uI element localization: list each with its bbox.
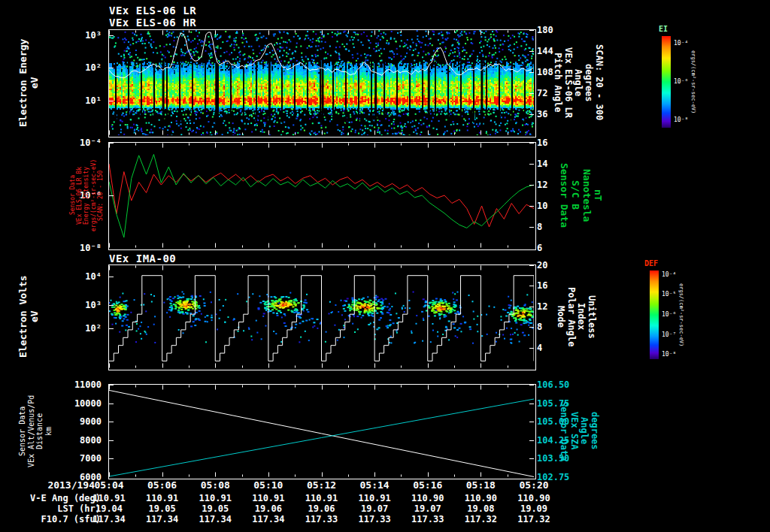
colorbar-tick: 10⁻⁸ <box>662 351 676 358</box>
bottom-row-value: 110.90 <box>405 494 450 503</box>
panel1-left-axis-label: Electron EnergyeV <box>18 30 41 135</box>
colorbar-tick: 10⁻⁸ <box>674 116 688 124</box>
time-tick-label: 05:12 <box>299 480 344 490</box>
bottom-row-value: 110.91 <box>299 494 344 503</box>
panel1-left-tick: 10³ <box>0 31 105 40</box>
panel-els-spectrogram <box>108 29 536 138</box>
panel3-right-axis-label-line: Polar Angle <box>565 265 576 368</box>
time-tick-label: 05:20 <box>511 480 556 490</box>
els-spectrogram-canvas <box>109 30 534 135</box>
vex-quicklook-plot: VEx ELS-06 LR VEx ELS-06 HR VEx IMA-00 1… <box>0 0 770 532</box>
colorbar-caption-text: ergs/(cm²-sr-sec-eV) <box>690 36 696 128</box>
panel2-left-axis-label-line: ergs/(cm²-sr-sec-eV) <box>90 143 97 248</box>
bottom-row-value: 110.91 <box>192 494 238 503</box>
panel3-right-axis-label: ModePolar AngleIndexUnitless <box>555 265 596 368</box>
bottom-row-value: 110.90 <box>458 494 503 503</box>
panel2-right-tick: 10 <box>537 201 547 210</box>
bottom-row-value: 117.32 <box>458 515 503 524</box>
colorbar-caption: ergs/(cm²-sr-sec-eV) <box>690 36 696 128</box>
panel2-right-tick: 14 <box>537 159 547 168</box>
panel3-left-tick: 10⁴ <box>0 272 105 281</box>
bottom-row-value: 110.91 <box>86 494 132 503</box>
panel1-left-axis-label-line: Electron Energy <box>18 30 29 135</box>
panel2-left-axis-label-line: Energy Intensity <box>83 143 89 248</box>
colorbar-tick: 10⁻⁵ <box>662 291 676 298</box>
bottom-row-value: 110.90 <box>511 494 556 503</box>
panel-altitude-sza <box>108 384 536 479</box>
panel1-title-line2: VEx ELS-06 HR <box>109 17 196 29</box>
date-label: 2013/194 <box>0 480 99 490</box>
panel1-right-tick: 108 <box>537 68 553 77</box>
panel-intensity-bfield <box>108 142 536 250</box>
colorbar-title: EI <box>659 25 668 33</box>
panel3-title: VEx IMA-00 <box>109 252 176 264</box>
colorbar-tick: 10⁻⁶ <box>674 78 688 86</box>
panel1-right-axis-label-line: VEx ELS-06 LR <box>562 30 573 135</box>
colorbar-caption: ergs/(cm²-sr-sec-eV) <box>678 271 684 359</box>
time-tick-label: 05:10 <box>246 480 291 490</box>
panel3-right-tick: 4 <box>537 343 542 352</box>
colorbar-caption-text: ergs/(cm²-sr-sec-eV) <box>678 271 684 359</box>
panel1-right-axis-label-line: degrees <box>583 30 593 135</box>
panel2-right-axis-label-line: Nanotesla <box>581 143 592 248</box>
colorbar-tick: 10⁻⁴ <box>662 271 676 279</box>
panel4-left-axis-label-line: Sensor Data <box>18 385 27 477</box>
panel2-left-axis-label: Sensor DataVEx ELS-06 LR BkEnergy Intens… <box>69 143 104 248</box>
panel4-right-axis-label-line: Angle <box>579 385 590 477</box>
panel3-right-tick: 20 <box>537 261 547 270</box>
bottom-row-value: 117.33 <box>405 515 450 524</box>
panel4-right-axis-label-line: Sensor Data <box>558 385 568 477</box>
altitude-sza-canvas <box>109 385 534 477</box>
bottom-row-value: 117.34 <box>246 515 291 524</box>
time-tick-label: 05:16 <box>405 480 450 490</box>
panel1-right-axis-label-line: Pitch Angle <box>552 30 562 135</box>
panel1-title-line1: VEx ELS-06 LR <box>109 5 196 17</box>
bottom-row-value: 117.34 <box>86 515 132 524</box>
bottom-row-value: 19.04 <box>86 504 132 514</box>
panel3-left-axis-label-line: Electron Volts <box>18 265 29 368</box>
panel1-left-tick: 10² <box>0 63 105 72</box>
panel1-right-tick: 144 <box>537 47 553 56</box>
panel3-right-tick: 12 <box>537 302 547 311</box>
panel1-right-axis-label: Pitch AngleVEx ELS-06 LRAngledegreesSCAN… <box>552 30 604 135</box>
panel1-left-tick: 10¹ <box>0 96 105 105</box>
colorbar-title: DEF <box>644 259 658 268</box>
bottom-row-value: 110.91 <box>246 494 291 503</box>
panel1-right-axis-label-line: SCAN: 20 - 300 <box>593 30 604 135</box>
time-tick-label: 05:06 <box>140 480 185 490</box>
panel3-right-tick: 8 <box>537 322 542 331</box>
panel2-right-axis-label-line: nT <box>592 143 603 248</box>
panel4-right-axis-label-line: VEx SZA <box>568 385 579 477</box>
colorbar-tick: 10⁻⁴ <box>674 40 688 47</box>
bottom-row-value: 117.34 <box>192 515 238 524</box>
bottom-row-value: 19.07 <box>352 504 397 514</box>
panel3-left-tick: 10² <box>0 324 105 333</box>
panel1-left-axis-label-line: eV <box>29 30 41 135</box>
bottom-row-value: 19.09 <box>511 504 556 514</box>
panel4-left-axis-label: Sensor DataVEx Alt/Venus/PdDistancekm <box>18 385 53 477</box>
panel4-right-axis-label-line: degrees <box>589 385 599 477</box>
panel4-right-axis-label: Sensor DataVEx SZAAngledegrees <box>558 385 599 477</box>
panel3-left-tick: 10³ <box>0 301 105 310</box>
bottom-row-value: 117.34 <box>140 515 185 524</box>
panel3-right-axis-label-line: Mode <box>555 265 565 368</box>
panel3-right-axis-label-line: Index <box>576 265 587 368</box>
panel2-right-axis-label-line: S/C B <box>569 143 581 248</box>
bottom-row-value: 19.05 <box>192 504 238 514</box>
panel1-right-tick: 36 <box>537 110 547 119</box>
panel3-right-tick: 16 <box>537 281 547 290</box>
panel4-left-axis-label-line: km <box>44 385 53 477</box>
panel-ima-spectrogram <box>108 264 536 370</box>
time-tick-label: 05:18 <box>458 480 503 490</box>
bottom-row-value: 117.33 <box>299 515 344 524</box>
panel2-right-tick: 8 <box>537 222 542 231</box>
bottom-row-value: 19.06 <box>299 504 344 514</box>
time-tick-label: 05:14 <box>352 480 397 490</box>
panel1-right-tick: 72 <box>537 89 547 98</box>
panel1-right-tick: 180 <box>537 26 553 35</box>
panel2-left-axis-label-line: VEx ELS-06 LR Bk <box>76 143 83 248</box>
panel2-left-axis-label-line: SCAN: 20 - 150 <box>97 143 104 248</box>
bottom-row-value: 110.91 <box>352 494 397 503</box>
bottom-row-value: 19.07 <box>405 504 450 514</box>
time-tick-label: 05:08 <box>192 480 238 490</box>
